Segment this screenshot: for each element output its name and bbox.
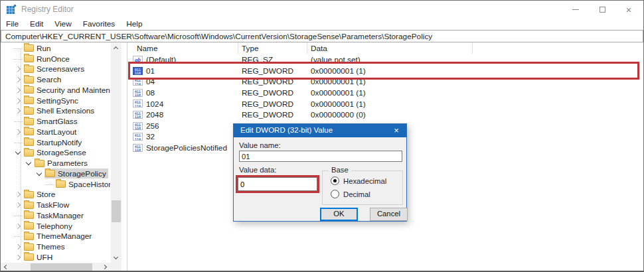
tree-item-parameters[interactable]: Parameters [1,158,110,169]
column-header-type[interactable]: Type [242,44,259,53]
tree-item-security-and-maintenance[interactable]: Security and Maintenance [1,85,110,96]
folder-icon [24,66,34,73]
scroll-down-arrow[interactable] [111,253,121,263]
scroll-left-arrow[interactable] [1,263,11,272]
folder-icon [24,97,34,104]
chevron-right-icon[interactable] [14,222,23,231]
tree-item-label: Themes [37,242,65,251]
tree-dash [14,232,23,241]
menu-edit[interactable]: Edit [30,19,43,29]
chevron-right-icon[interactable] [14,106,23,115]
folder-icon [24,76,34,84]
tree-item-spacehistory[interactable]: SpaceHistory [1,179,110,190]
chevron-right-icon[interactable] [14,190,23,199]
column-header-data[interactable]: Data [311,44,327,53]
tree-item-label: Screensavers [37,64,84,74]
registry-tree-panel: Run RunOnce Screensavers Search Security… [1,42,127,271]
ok-button[interactable]: OK [320,208,358,221]
dword-value-icon [133,89,143,97]
tree-item-ufh[interactable]: UFH [1,252,110,263]
minimize-button[interactable] [562,1,589,18]
radio-decimal[interactable]: Decimal [331,190,370,198]
radio-hexadecimal[interactable]: Hexadecimal [331,176,386,185]
value-name-input[interactable] [239,151,402,162]
folder-icon [24,149,34,157]
tree-item-search[interactable]: Search [1,74,110,85]
tree-item-taskmanager[interactable]: TaskManager [1,210,110,221]
chevron-right-icon[interactable] [14,127,23,137]
tree-item-startlayout[interactable]: StartLayout [1,127,110,137]
chevron-right-icon[interactable] [14,200,23,210]
address-bar-input[interactable] [1,30,643,42]
chevron-right-icon[interactable] [14,96,23,105]
folder-icon [24,55,34,62]
base-group-label: Base [329,166,351,174]
tree-item-screensavers[interactable]: Screensavers [1,64,110,75]
chevron-down-icon[interactable] [35,169,44,178]
list-row-08[interactable]: 08REG_DWORD0x00000001 (1) [130,88,643,99]
chevron-right-icon[interactable] [14,242,23,251]
cancel-button[interactable]: Cancel [370,208,408,221]
tree-item-label: Store [37,190,55,199]
tree-item-shell-extensions[interactable]: Shell Extensions [1,106,110,117]
tree-item-run[interactable]: Run [1,43,110,54]
menu-help[interactable]: Help [126,19,142,29]
folder-icon [56,180,66,188]
scroll-up-arrow[interactable] [111,43,121,52]
folder-icon [24,139,34,146]
radio-circle-icon [331,176,339,185]
tree-item-label: SmartGlass [37,117,78,126]
radio-label: Hexadecimal [343,177,386,185]
dword-value-icon [133,133,143,141]
chevron-down-icon[interactable] [14,148,23,157]
tree-item-themes[interactable]: Themes [1,241,110,252]
menu-favorites[interactable]: Favorites [83,19,116,29]
tree-item-label: Parameters [47,159,88,168]
tree-vertical-scrollbar[interactable] [111,43,121,263]
tree-item-store[interactable]: Store [1,190,110,200]
tree-item-storagepolicy[interactable]: StoragePolicy [1,169,110,179]
chevron-right-icon[interactable] [14,64,23,74]
dialog-title: Edit DWORD (32-bit) Value [240,126,333,134]
annotation-red-box-row-01 [128,62,639,80]
tree-item-settingsync[interactable]: SettingSync [1,96,110,106]
menu-bar: File Edit View Favorites Help [1,18,643,30]
chevron-down-icon[interactable] [25,159,34,168]
close-button[interactable]: × [615,1,642,18]
tree-dash [14,44,23,53]
scroll-right-arrow[interactable] [100,263,111,272]
dword-value-icon [133,111,143,119]
registry-editor-window: Registry Editor × File Edit View Favorit… [0,0,644,272]
menu-view[interactable]: View [54,19,71,29]
tree-item-startupnotify[interactable]: StartupNotify [1,137,110,148]
base-groupbox: Base Hexadecimal Decimal [322,170,403,205]
maximize-button[interactable] [589,1,615,18]
chevron-right-icon[interactable] [14,75,23,84]
tree-horizontal-scrollbar[interactable] [1,263,111,271]
chevron-right-icon[interactable] [14,253,23,262]
chevron-right-icon[interactable] [14,86,23,95]
column-header-name[interactable]: Name [137,44,157,53]
tree-item-label: Telephony [37,222,72,231]
list-row-2048[interactable]: 2048REG_DWORD0x00000000 (0) [130,109,643,121]
annotation-red-box-value-data [236,175,319,193]
tree-item-runonce[interactable]: RunOnce [1,54,110,64]
list-row-1024[interactable]: 1024REG_DWORD0x00000001 (1) [130,98,643,109]
column-separator[interactable] [307,42,307,54]
vertical-scroll-thumb[interactable] [112,200,121,222]
tree-item-label: RunOnce [37,54,70,64]
horizontal-scroll-thumb[interactable] [31,263,92,271]
window-title: Registry Editor [21,5,74,14]
menu-file[interactable]: File [6,19,19,29]
dialog-close-icon[interactable]: × [386,124,406,137]
folder-icon [24,191,34,198]
tree-item-storagesense[interactable]: StorageSense [1,148,110,159]
value-data-input[interactable] [238,177,317,191]
tree-item-telephony[interactable]: Telephony [1,221,110,232]
list-header: Name Type Data [130,42,643,54]
column-separator[interactable] [472,42,473,54]
column-separator[interactable] [238,42,238,54]
tree-item-taskflow[interactable]: TaskFlow [1,200,110,210]
tree-item-thememanager[interactable]: ThemeManager [1,232,110,242]
tree-item-smartglass[interactable]: SmartGlass [1,116,110,127]
